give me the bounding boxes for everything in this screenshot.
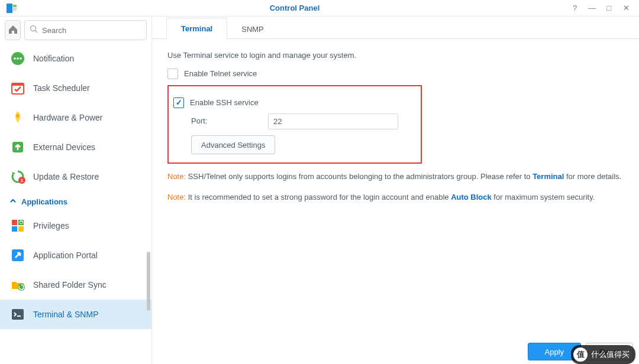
content: Terminal SNMP Use Terminal service to lo… [152, 17, 639, 364]
nav: Notification Task Scheduler Hardware & P… [0, 44, 151, 364]
ssh-highlight-box: Enable SSH service Port: Advanced Settin… [167, 85, 422, 164]
ssh-row: Enable SSH service [173, 97, 411, 109]
sidebar-item-label: External Devices [33, 142, 95, 152]
privileges-icon [9, 217, 26, 234]
maximize-button[interactable]: □ [605, 4, 614, 12]
svg-rect-16 [12, 220, 17, 225]
sidebar-item-hardware-power[interactable]: Hardware & Power [0, 103, 151, 132]
port-row: Port: [191, 113, 411, 129]
note-2-prefix: Note: [167, 193, 186, 202]
sidebar: Notification Task Scheduler Hardware & P… [0, 17, 152, 364]
home-icon [8, 24, 18, 37]
task-scheduler-icon [9, 80, 26, 96]
sidebar-scrollbar-thumb[interactable] [147, 252, 150, 311]
svg-rect-24 [12, 309, 24, 320]
terminal-description: Use Terminal service to login and manage… [167, 50, 624, 62]
chevron-up-icon [9, 197, 17, 206]
sidebar-item-terminal-snmp[interactable]: Terminal & SNMP [0, 300, 151, 329]
svg-rect-1 [13, 5, 17, 7]
svg-rect-0 [7, 4, 12, 13]
svg-rect-18 [12, 226, 17, 232]
update-restore-icon: 1 [9, 168, 26, 185]
note-2: Note: It is recommended to set a strong … [167, 191, 624, 204]
help-button[interactable]: ? [570, 4, 579, 12]
notification-icon [9, 50, 26, 67]
note-1-tail: for more details. [564, 172, 621, 181]
sidebar-section-label: Applications [21, 197, 67, 206]
sidebar-item-privileges[interactable]: Privileges [0, 211, 151, 240]
body: Notification Task Scheduler Hardware & P… [0, 17, 639, 364]
note-1-prefix: Note: [167, 172, 186, 181]
hardware-power-icon [9, 109, 26, 126]
search-icon [30, 25, 38, 35]
sidebar-item-label: Task Scheduler [33, 83, 90, 93]
svg-text:1: 1 [21, 178, 24, 183]
tabs: Terminal SNMP [152, 17, 639, 39]
sidebar-item-label: Shared Folder Sync [33, 280, 106, 290]
note-2-body: It is recommended to set a strong passwo… [186, 193, 451, 202]
svg-point-12 [16, 114, 20, 118]
svg-point-4 [31, 26, 36, 31]
enable-telnet-checkbox[interactable] [167, 69, 178, 79]
sidebar-item-application-portal[interactable]: Application Portal [0, 240, 151, 270]
shared-folder-sync-icon [9, 277, 26, 293]
search-box[interactable] [24, 20, 147, 40]
tab-terminal[interactable]: Terminal [166, 18, 227, 39]
watermark-badge: 值 [573, 347, 588, 362]
tab-snmp[interactable]: SNMP [227, 19, 278, 39]
search-input[interactable] [42, 26, 141, 35]
port-input[interactable] [268, 113, 398, 129]
sidebar-item-task-scheduler[interactable]: Task Scheduler [0, 73, 151, 103]
application-portal-icon [9, 247, 26, 264]
sidebar-item-label: Privileges [33, 221, 69, 230]
advanced-settings-button[interactable]: Advanced Settings [191, 135, 275, 154]
svg-line-5 [36, 31, 38, 33]
svg-rect-21 [20, 222, 22, 223]
external-devices-icon [9, 139, 26, 155]
note-1-body: SSH/Telnet only supports logins from acc… [186, 172, 532, 181]
window-title: Control Panel [19, 4, 570, 12]
terminal-icon [9, 306, 26, 323]
sidebar-item-label: Notification [33, 54, 74, 63]
sidebar-section-applications[interactable]: Applications [0, 191, 151, 211]
sidebar-item-update-restore[interactable]: 1 Update & Restore [0, 162, 151, 191]
watermark-text: 什么值得买 [591, 349, 630, 360]
close-button[interactable]: ✕ [622, 4, 631, 12]
svg-rect-11 [12, 83, 24, 86]
terminal-link[interactable]: Terminal [532, 172, 564, 181]
sidebar-item-label: Terminal & SNMP [33, 310, 98, 319]
svg-point-7 [14, 57, 16, 60]
svg-point-9 [20, 57, 22, 60]
telnet-row: Enable Telnet service [167, 68, 624, 80]
port-label: Port: [191, 115, 268, 128]
auto-block-link[interactable]: Auto Block [451, 193, 492, 202]
titlebar: Control Panel ? — □ ✕ [0, 0, 639, 17]
svg-rect-2 [13, 8, 17, 9]
svg-rect-19 [18, 226, 24, 232]
enable-telnet-label: Enable Telnet service [184, 68, 257, 80]
pane-terminal: Use Terminal service to login and manage… [152, 39, 639, 364]
watermark: 值 什么值得买 [571, 345, 635, 364]
app-icon [6, 2, 19, 14]
sidebar-item-notification[interactable]: Notification [0, 44, 151, 73]
sidebar-item-label: Application Portal [33, 251, 98, 260]
note-2-tail: for maximum system security. [492, 193, 595, 202]
enable-ssh-label: Enable SSH service [190, 97, 259, 109]
svg-point-8 [17, 57, 19, 60]
window-root: Control Panel ? — □ ✕ Notification [0, 0, 639, 364]
svg-rect-3 [13, 9, 17, 11]
sidebar-item-shared-folder-sync[interactable]: Shared Folder Sync [0, 270, 151, 300]
note-1: Note: SSH/Telnet only supports logins fr… [167, 171, 624, 183]
minimize-button[interactable]: — [588, 4, 596, 12]
sidebar-item-label: Hardware & Power [33, 113, 103, 122]
sidebar-item-external-devices[interactable]: External Devices [0, 132, 151, 162]
sidebar-item-label: Update & Restore [33, 172, 99, 181]
enable-ssh-checkbox[interactable] [173, 98, 184, 108]
home-button[interactable] [5, 20, 21, 40]
